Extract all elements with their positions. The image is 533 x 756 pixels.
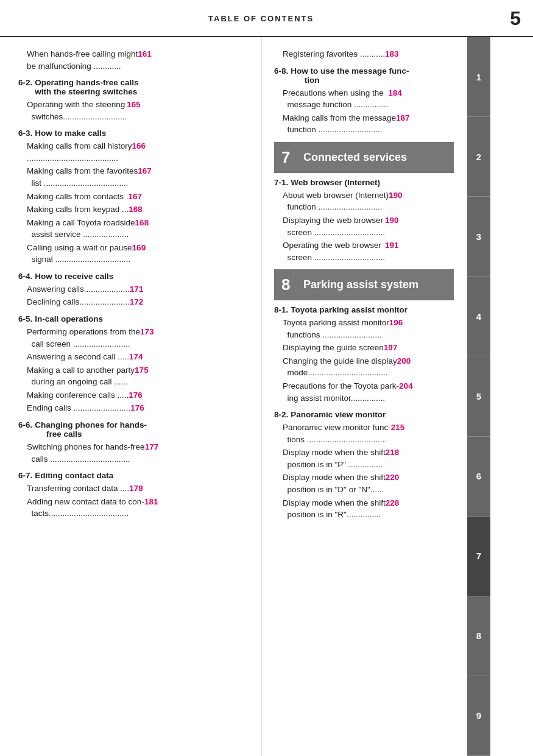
toc-number-6-7: 6-7. [18, 471, 32, 480]
toc-page-pvm-functions: 215 [391, 423, 405, 432]
toc-text-another-party: Making a call to another party during an… [27, 364, 135, 388]
toc-entry-pvm-functions: Panoramic view monitor func- tions .....… [274, 422, 454, 445]
toc-text-roadside: Making a call Toyota roadside assist ser… [27, 217, 135, 241]
toc-title-8-2: Panoramic view monitor [291, 410, 386, 419]
sidebar-tab-8[interactable]: 8 [467, 596, 490, 676]
toc-text-switching: Switching phones for hands-free calls ..… [27, 441, 145, 465]
toc-page-about-web: 190 [389, 191, 403, 200]
toc-page-wait-pause: 169 [132, 243, 146, 252]
toc-page-favorites-list: 167 [138, 166, 152, 175]
left-column: When hands-free calling mightbe malfunct… [0, 37, 262, 756]
toc-number-6-3: 6-3. [18, 129, 32, 138]
toc-entry-conference: Making conference calls ..... 176 [18, 389, 249, 401]
toc-entry-malfunc: When hands-free calling mightbe malfunct… [18, 48, 249, 72]
toc-title-6-3: How to make calls [35, 129, 106, 138]
toc-text-msg-calls: Making calls from the message function .… [283, 112, 396, 136]
toc-subheader-6-2: 6-2. Operating hands-free callswith the … [18, 78, 249, 96]
toc-number-8-1: 8-1. [274, 305, 288, 314]
toc-entry-favorites-list: Making calls from the favorites list ...… [18, 165, 249, 189]
toc-entry-msg-precautions: Precautions when using the message funct… [274, 87, 454, 111]
toc-page-adding: 181 [144, 497, 158, 506]
sidebar-tab-7[interactable]: 7 [467, 517, 490, 596]
toc-number-8-2: 8-2. [274, 410, 288, 419]
toc-entry-answering: Answering calls.................... 171 [18, 283, 249, 295]
toc-text-msg-precautions: Precautions when using the message funct… [283, 87, 388, 111]
toc-text-pam-precautions: Precautions for the Toyota park- ing ass… [283, 380, 399, 404]
toc-page-declining: 172 [130, 297, 144, 306]
toc-text-favorites-list: Making calls from the favorites list ...… [27, 165, 138, 189]
toc-page-shift-dn: 220 [386, 473, 400, 482]
toc-text-shift-r: Display mode when the shift position is … [283, 497, 386, 521]
toc-entry-another-party: Making a call to another party during an… [18, 364, 249, 388]
toc-entry-displaying-web: Displaying the web browser screen ......… [274, 214, 454, 238]
sidebar-tab-6[interactable]: 6 [467, 437, 490, 517]
sidebar-tab-4[interactable]: 4 [467, 277, 490, 356]
toc-page-answering: 171 [130, 284, 144, 294]
toc-title-6-7: Editing contact data [35, 471, 113, 480]
toc-number-6-4: 6-4. [18, 272, 32, 281]
right-column: Registering favorites ........... 183 6-… [262, 37, 490, 756]
toc-entry-contacts: Making calls from contacts . 167 [18, 191, 249, 203]
toc-page-displaying-web: 190 [385, 216, 399, 225]
toc-entry-shift-r: Display mode when the shift position is … [274, 497, 454, 521]
sidebar-tab-1[interactable]: 1 [467, 37, 490, 117]
toc-text-ending: Ending calls ......................... [27, 402, 130, 414]
toc-text-declining: Declining calls...................... [27, 296, 130, 308]
sidebar-tab-2[interactable]: 2 [467, 117, 490, 197]
toc-title-8-1: Toyota parking assist monitor [291, 305, 408, 314]
toc-entry-switching: Switching phones for hands-free calls ..… [18, 441, 249, 465]
toc-subheader-6-4: 6-4. How to receive calls [18, 272, 249, 281]
toc-entry-declining: Declining calls...................... 17… [18, 296, 249, 308]
toc-text-displaying-web: Displaying the web browser screen ......… [283, 214, 385, 238]
sidebar-tab-5[interactable]: 5 [467, 356, 490, 436]
toc-subheader-6-6: 6-6. Changing phones for hands- free cal… [18, 420, 249, 439]
toc-page-call-screen: 173 [140, 327, 154, 336]
toc-page-shift-p: 218 [386, 448, 400, 457]
toc-page-roadside: 168 [135, 218, 149, 227]
toc-text-reg-favorites: Registering favorites ........... [283, 48, 385, 60]
toc-text-guide-screen: Displaying the guide screen [283, 342, 384, 354]
toc-text-steering: Operating with the steering switches....… [27, 99, 127, 122]
toc-entry-pam-precautions: Precautions for the Toyota park- ing ass… [274, 380, 454, 404]
chapter-8-number: 8 [281, 275, 296, 294]
toc-entry-keypad: Making calls from keypad ... 168 [18, 203, 249, 216]
toc-page-reg-favorites: 183 [385, 49, 399, 58]
toc-text-answering: Answering calls.................... [27, 283, 130, 295]
toc-page-call-history: 166 [132, 141, 146, 150]
toc-page-second-call: 174 [129, 352, 143, 361]
toc-entry-about-web: About web browser (Internet) function ..… [274, 189, 454, 213]
toc-text-pvm-functions: Panoramic view monitor func- tions .....… [283, 422, 391, 445]
sidebar-tab-9[interactable]: 9 [467, 676, 490, 756]
toc-text-wait-pause: Calling using a wait or pause signal ...… [27, 242, 132, 266]
toc-subheader-6-8: 6-8. How to use the message func- tion [274, 66, 454, 85]
toc-entry-operating-web: Operating the web browser screen .......… [274, 239, 454, 263]
header-page-number: 5 [510, 7, 521, 30]
toc-text-contacts: Making calls from contacts . [27, 191, 129, 203]
toc-text-malfunc: When hands-free calling mightbe malfunct… [27, 48, 138, 72]
toc-page-guide-screen: 197 [384, 343, 398, 352]
toc-subheader-6-7: 6-7. Editing contact data [18, 471, 249, 480]
toc-page-malfunc: 161 [138, 49, 152, 58]
toc-entry-adding: Adding new contact data to con- tacts...… [18, 496, 249, 520]
toc-number-6-6: 6-6. [18, 420, 32, 439]
toc-entry-transferring: Transferring contact data .... 178 [18, 482, 249, 495]
toc-text-transferring: Transferring contact data .... [27, 482, 129, 495]
toc-entry-msg-calls: Making calls from the message function .… [274, 112, 454, 136]
toc-text-adding: Adding new contact data to con- tacts...… [27, 496, 144, 520]
toc-text-operating-web: Operating the web browser screen .......… [283, 239, 385, 263]
toc-page-pam-precautions: 204 [399, 381, 413, 390]
toc-page-msg-calls: 187 [396, 113, 410, 122]
toc-number-6-5: 6-5. [18, 314, 32, 323]
toc-subheader-7-1: 7-1. Web browser (Internet) [274, 178, 454, 187]
toc-page-steering: 165 [127, 100, 141, 109]
sidebar-tab-3[interactable]: 3 [467, 197, 490, 277]
toc-text-call-history: Making calls from call history..........… [27, 140, 132, 164]
toc-subheader-6-3: 6-3. How to make calls [18, 129, 249, 138]
toc-page-msg-precautions: 184 [388, 88, 402, 97]
toc-page-contacts: 167 [129, 192, 143, 201]
toc-page-another-party: 175 [135, 366, 149, 375]
toc-entry-shift-dn: Display mode when the shift position is … [274, 472, 454, 495]
toc-title-6-5: In-call operations [35, 314, 103, 323]
toc-entry-ending: Ending calls ......................... 1… [18, 402, 249, 414]
toc-page-conference: 176 [129, 390, 143, 400]
